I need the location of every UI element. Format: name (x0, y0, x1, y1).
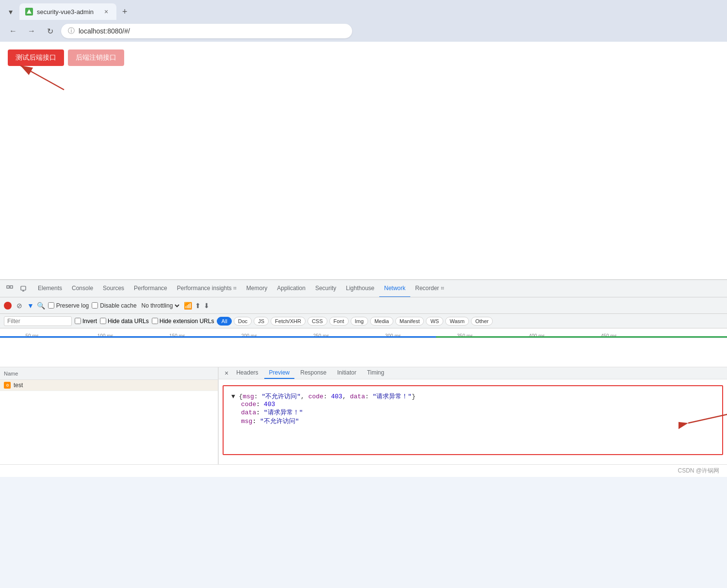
preview-panel: × Headers Preview Response Initiator Tim… (218, 367, 727, 464)
filter-input[interactable] (4, 316, 72, 326)
upload-icon[interactable]: ⬆ (195, 302, 201, 310)
tab-dropdown-btn[interactable]: ▾ (4, 5, 17, 18)
svg-rect-2 (7, 286, 9, 288)
chip-manifest[interactable]: Manifest (395, 317, 424, 326)
waterfall-area (0, 338, 727, 367)
tab-performance-insights[interactable]: Performance insights ⌗ (172, 280, 242, 297)
tab-lighthouse[interactable]: Lighthouse (341, 280, 379, 297)
tab-favicon (25, 8, 33, 16)
chip-img[interactable]: Img (351, 317, 368, 326)
clear-btn[interactable]: ⊘ (15, 301, 24, 310)
chip-font[interactable]: Font (329, 317, 349, 326)
network-request-list: Name ⚙ test (0, 367, 218, 464)
buttons-row: 测试后端接口 后端注销接口 (8, 49, 124, 66)
chip-ws[interactable]: WS (426, 317, 443, 326)
preview-content-wrapper: ▼ {msg: "不允许访问", code: 403, data: "请求异常！… (219, 379, 727, 461)
tab-bar: ▾ security-vue3-admin × + (0, 0, 727, 20)
name-col-header: Name (4, 371, 18, 376)
cancel-backend-btn[interactable]: 后端注销接口 (68, 49, 124, 66)
preview-tab-initiator[interactable]: Initiator (332, 367, 361, 379)
tab-elements[interactable]: Elements (33, 280, 67, 297)
preserve-log-checkbox[interactable]: Preserve log (48, 302, 89, 309)
new-tab-btn[interactable]: + (118, 5, 131, 19)
preview-tabs: × Headers Preview Response Initiator Tim… (219, 367, 727, 379)
chip-js[interactable]: JS (254, 317, 269, 326)
timeline-progress (0, 336, 727, 338)
tab-recorder[interactable]: Recorder ⌗ (410, 280, 449, 297)
device-toolbar-btn[interactable] (17, 283, 29, 294)
page-wrapper: 测试后端接口 后端注销接口 (0, 42, 727, 279)
devtools-tab-bar: Elements Console Sources Performance Per… (0, 280, 727, 297)
chip-media[interactable]: Media (370, 317, 393, 326)
invert-checkbox[interactable]: Invert (75, 318, 97, 325)
request-type-icon: ⚙ (4, 382, 11, 389)
hide-data-urls-checkbox[interactable]: Hide data URLs (100, 318, 149, 325)
filter-chips: All Doc JS Fetch/XHR CSS Font Img Media … (217, 317, 493, 326)
throttle-select[interactable]: No throttling (140, 302, 181, 310)
browser-chrome: ▾ security-vue3-admin × + ← → ↻ ⓘ localh… (0, 0, 727, 42)
tab-sources[interactable]: Sources (98, 280, 129, 297)
network-row-test[interactable]: ⚙ test (0, 380, 218, 391)
inspect-element-btn[interactable] (4, 283, 16, 294)
filter-bar: Invert Hide data URLs Hide extension URL… (0, 314, 727, 328)
json-line3: data: "请求异常！" (231, 408, 714, 417)
download-icon[interactable]: ⬇ (204, 302, 210, 310)
tab-title: security-vue3-admin (37, 8, 94, 16)
json-line4: msg: "不允许访问" (231, 417, 714, 425)
request-name: test (14, 382, 23, 389)
devtools-icons (4, 283, 29, 294)
address-bar[interactable]: ⓘ localhost:8080/#/ (61, 24, 352, 38)
chip-all[interactable]: All (217, 317, 231, 326)
timeline-bar: 50 ms 100 ms 150 ms 200 ms 250 ms 300 ms… (0, 328, 727, 338)
preview-close-btn[interactable]: × (223, 367, 230, 379)
preview-tab-response[interactable]: Response (295, 367, 331, 379)
tab-console[interactable]: Console (67, 280, 98, 297)
watermark-text: CSDN @许锅网 (678, 467, 719, 474)
chip-doc[interactable]: Doc (234, 317, 252, 326)
preview-content: ▼ {msg: "不允许访问", code: 403, data: "请求异常！… (224, 386, 722, 454)
security-icon: ⓘ (68, 27, 75, 35)
chip-css[interactable]: CSS (307, 317, 327, 326)
hide-ext-urls-checkbox[interactable]: Hide extension URLs (152, 318, 214, 325)
network-content: Name ⚙ test × Headers Preview Response I… (0, 367, 727, 464)
wifi-icon: 📶 (184, 302, 192, 310)
record-btn[interactable] (4, 302, 12, 310)
tab-performance[interactable]: Performance (129, 280, 172, 297)
svg-line-1 (20, 65, 64, 90)
tab-application[interactable]: Application (272, 280, 310, 297)
filter-icon[interactable]: ▼ (27, 302, 34, 310)
disable-cache-checkbox[interactable]: Disable cache (92, 302, 136, 309)
browser-tab[interactable]: security-vue3-admin × (19, 3, 116, 20)
url-text: localhost:8080/#/ (79, 27, 130, 35)
footer: CSDN @许锅网 (0, 464, 727, 477)
json-line2: code: 403 (231, 401, 714, 408)
svg-rect-4 (21, 286, 26, 290)
tab-close-btn[interactable]: × (102, 7, 111, 16)
network-toolbar: ⊘ ▼ 🔍 Preserve log Disable cache No thro… (0, 297, 727, 314)
json-line1: ▼ {msg: "不允许访问", code: 403, data: "请求异常！… (231, 393, 416, 400)
chip-other[interactable]: Other (471, 317, 493, 326)
network-list-header: Name (0, 367, 218, 380)
svg-rect-3 (10, 286, 13, 288)
devtools-panel: Elements Console Sources Performance Per… (0, 279, 727, 477)
reload-btn[interactable]: ↻ (43, 24, 57, 38)
preview-tab-preview[interactable]: Preview (264, 367, 295, 379)
address-bar-row: ← → ↻ ⓘ localhost:8080/#/ (0, 20, 727, 42)
page-content: 测试后端接口 后端注销接口 (0, 42, 727, 279)
forward-btn[interactable]: → (24, 24, 39, 38)
tab-network[interactable]: Network (379, 280, 410, 297)
chip-wasm[interactable]: Wasm (445, 317, 469, 326)
svg-rect-5 (22, 291, 24, 292)
tab-memory[interactable]: Memory (242, 280, 272, 297)
preview-tab-timing[interactable]: Timing (362, 367, 389, 379)
back-btn[interactable]: ← (6, 24, 20, 38)
search-btn[interactable]: 🔍 (37, 302, 45, 310)
tab-security[interactable]: Security (310, 280, 341, 297)
test-backend-btn[interactable]: 测试后端接口 (8, 49, 64, 66)
chip-fetch-xhr[interactable]: Fetch/XHR (271, 317, 306, 326)
preview-tab-headers[interactable]: Headers (231, 367, 263, 379)
preview-json-border: ▼ {msg: "不允许访问", code: 403, data: "请求异常！… (223, 385, 723, 455)
